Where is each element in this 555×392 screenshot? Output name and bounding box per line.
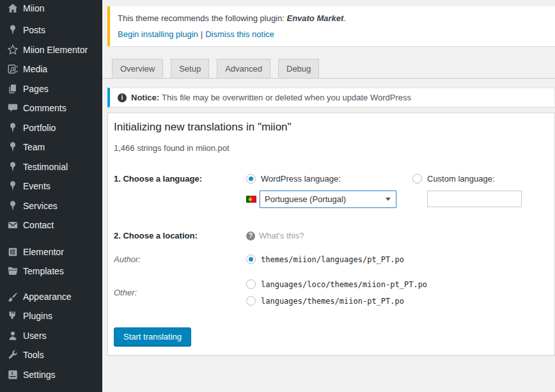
sidebar-item-label: Appearance xyxy=(23,292,72,302)
envelope-icon xyxy=(7,219,19,231)
sidebar-item-label: Team xyxy=(23,142,45,152)
sidebar-separator xyxy=(0,281,102,287)
plug-icon xyxy=(7,310,19,322)
whats-this-link[interactable]: ? What's this? xyxy=(246,231,304,240)
custom-language-input[interactable] xyxy=(427,191,522,207)
custom-language-radio[interactable] xyxy=(412,174,422,184)
sidebar-item-label: Posts xyxy=(23,25,45,35)
init-translation-form: 1. Choose a language: WordPress language… xyxy=(114,174,542,346)
plugin-name: Envato Market xyxy=(286,13,343,23)
wordpress-language-label: WordPress language: xyxy=(261,174,341,184)
translation-panel: Initializing new translations in "miion"… xyxy=(107,113,555,356)
sidebar-item-label: Templates xyxy=(23,266,64,276)
wordpress-language-select[interactable]: Portuguese (Portugal) xyxy=(260,191,396,208)
tab-overview[interactable]: Overview xyxy=(112,59,163,78)
sidebar-item-label: Elementor xyxy=(23,247,64,257)
sidebar-item-comments[interactable]: Comments xyxy=(0,98,102,118)
sidebar-item-label: Users xyxy=(23,331,47,341)
sidebar-item-tools[interactable]: Tools xyxy=(0,345,102,365)
folder-icon xyxy=(7,265,19,277)
sidebar-item-portfolio[interactable]: Portfolio xyxy=(0,118,102,138)
page-title: Initializing new translations in "miion" xyxy=(114,121,542,134)
nav-tabs: Overview Setup Advanced Debug xyxy=(102,59,555,79)
sidebar-item-label: Comments xyxy=(23,103,66,113)
sidebar-item-label: Miion Elementor xyxy=(23,45,88,55)
sidebar-item-label: Events xyxy=(23,181,51,191)
home-icon xyxy=(7,3,19,14)
wordpress-language-option[interactable]: WordPress language: xyxy=(246,174,412,184)
start-translating-button[interactable]: Start translating xyxy=(114,327,191,346)
tab-debug[interactable]: Debug xyxy=(278,59,319,78)
whats-this-label: What's this? xyxy=(259,231,304,240)
sidebar-item-events[interactable]: Events xyxy=(0,176,102,196)
sidebar-item-elementor[interactable]: Elementor xyxy=(0,242,102,262)
author-label: Author: xyxy=(114,255,141,264)
author-path: themes/miion/languages/pt_PT.po xyxy=(261,255,404,264)
sidebar-item-appearance[interactable]: Appearance xyxy=(0,287,102,307)
wrench-icon xyxy=(7,349,19,361)
author-path-option[interactable]: themes/miion/languages/pt_PT.po xyxy=(246,255,404,264)
sidebar-item-settings[interactable]: Settings xyxy=(0,365,102,385)
sidebar-item-label: Testimonial xyxy=(23,162,68,172)
sidebar-item-templates[interactable]: Templates xyxy=(0,262,102,281)
file-notice-text: Notice:This file may be overwritten or d… xyxy=(131,93,411,102)
other-path-radio-2[interactable] xyxy=(246,296,256,306)
sidebar-item-label: Pages xyxy=(23,84,49,94)
info-icon: i xyxy=(118,93,127,102)
wordpress-language-radio[interactable] xyxy=(246,174,256,184)
other-path-option-2[interactable]: languages/themes/miion-pt_PT.po xyxy=(246,296,427,306)
sidebar-item-services[interactable]: Services xyxy=(0,196,102,216)
other-path-2: languages/themes/miion-pt_PT.po xyxy=(261,297,404,306)
sidebar-item-pages[interactable]: Pages xyxy=(0,79,102,99)
pages-icon xyxy=(7,83,19,95)
sidebar-item-miion[interactable]: Miion xyxy=(0,0,102,17)
pin-icon xyxy=(7,24,19,36)
dropdown-arrow-icon xyxy=(386,198,391,201)
admin-content: This theme recommends the following plug… xyxy=(102,0,555,392)
portugal-flag-icon xyxy=(246,196,256,203)
plugin-notice: This theme recommends the following plug… xyxy=(107,6,555,46)
sidebar-item-media[interactable]: Media xyxy=(0,59,102,79)
custom-language-option[interactable]: Custom language: xyxy=(412,174,542,184)
tab-advanced[interactable]: Advanced xyxy=(217,59,270,78)
sidebar-item-miion-elementor[interactable]: Miion Elementor xyxy=(0,40,102,60)
other-location-row: Other: languages/loco/themes/miion-pt_PT… xyxy=(114,279,542,306)
sidebar-item-contact[interactable]: Contact xyxy=(0,216,102,235)
pin-icon xyxy=(7,180,19,192)
pin-icon xyxy=(7,122,19,134)
brush-icon xyxy=(7,291,19,302)
plugin-notice-actions: Begin installing plugin|Dismiss this not… xyxy=(118,29,547,39)
elementor-icon xyxy=(7,246,19,258)
sidebar-item-testimonial[interactable]: Testimonial xyxy=(0,157,102,177)
star-icon xyxy=(7,44,19,56)
user-icon xyxy=(7,330,19,341)
sidebar-item-team[interactable]: Team xyxy=(0,137,102,157)
choose-language-label: 1. Choose a language: xyxy=(114,174,202,184)
choose-location-label: 2. Choose a location: xyxy=(114,231,198,240)
sidebar-item-label: Contact xyxy=(23,220,54,230)
author-path-radio[interactable] xyxy=(246,255,256,264)
tab-setup[interactable]: Setup xyxy=(171,59,209,78)
sidebar-item-label: Settings xyxy=(23,370,56,380)
other-path-option-1[interactable]: languages/loco/themes/miion-pt_PT.po xyxy=(246,279,427,289)
pin-icon xyxy=(7,141,19,153)
selected-language: Portuguese (Portugal) xyxy=(265,194,346,204)
sidebar-item-posts[interactable]: Posts xyxy=(0,20,102,40)
media-icon xyxy=(7,63,19,75)
custom-language-label: Custom language: xyxy=(427,174,495,184)
sidebar-item-plugins[interactable]: Plugins xyxy=(0,306,102,326)
dismiss-notice-link[interactable]: Dismiss this notice xyxy=(205,29,274,39)
sidebar-item-users[interactable]: Users xyxy=(0,326,102,346)
other-path-1: languages/loco/themes/miion-pt_PT.po xyxy=(261,280,427,289)
help-icon: ? xyxy=(246,231,255,240)
comment-icon xyxy=(7,102,19,114)
sidebar-item-label: Media xyxy=(23,64,47,74)
admin-sidebar: Miion Posts Miion Elementor Media Pages … xyxy=(0,0,102,392)
sidebar-separator xyxy=(0,235,102,242)
language-row: 1. Choose a language: WordPress language… xyxy=(114,174,542,208)
settings-icon xyxy=(7,369,19,380)
other-label: Other: xyxy=(114,288,137,297)
other-path-radio-1[interactable] xyxy=(246,279,256,289)
begin-installing-plugin-link[interactable]: Begin installing plugin xyxy=(118,29,198,39)
sidebar-item-label: Plugins xyxy=(23,311,52,321)
